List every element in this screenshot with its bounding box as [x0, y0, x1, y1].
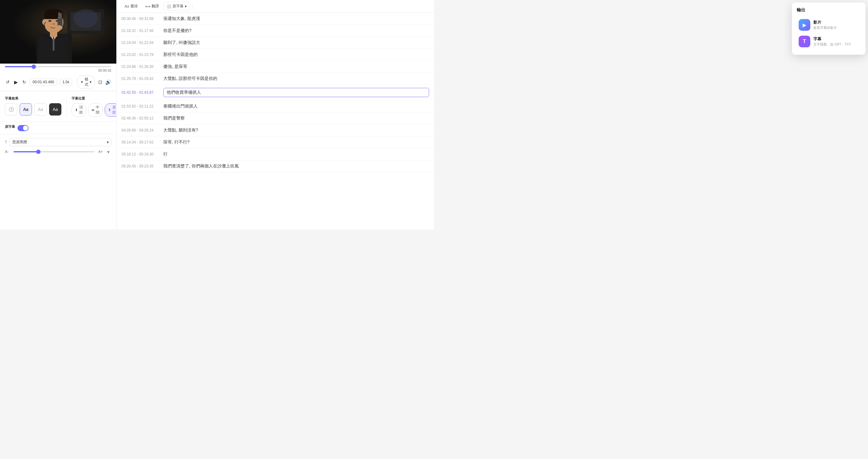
subtitle-time: 01:26.78 - 01:29.42 [122, 77, 158, 81]
original-sub-dropdown[interactable]: ⬜ 原字幕 ▾ [163, 2, 190, 11]
original-sub-icon: ⬜ [167, 4, 171, 9]
subtitle-text: 大聲點, 説那些可卡因是你的 [163, 76, 429, 81]
subtitle-row[interactable]: 01:19.04 - 01:22.84聽到了, 叫傻強説大 [117, 37, 434, 49]
volume-button[interactable]: 🔊 [105, 78, 112, 86]
style-label: 樣式 [85, 77, 88, 87]
video-player[interactable] [0, 0, 116, 64]
subtitle-text: 那些可卡因是他的 [163, 52, 429, 57]
svg-point-13 [53, 23, 55, 25]
subtitle-time: 01:16.32 - 01:17.46 [122, 29, 158, 33]
pos-top-label: 頂部 [79, 105, 83, 115]
effects-row: 🕐 Aa Aa Aa [5, 103, 61, 116]
total-time: 00:06:32 [5, 68, 112, 72]
original-subtitle-row: 原字幕 [0, 122, 116, 134]
subtitle-row[interactable]: 05:18.12 - 05:18.30行 [117, 148, 434, 161]
translate-label: 翻譯 [152, 4, 159, 9]
subtitle-row[interactable]: 02:49.36 - 02:50.12我們是警察 [117, 112, 434, 124]
size-minus-label: A- [5, 150, 11, 154]
translate-icon: ⟺ [145, 4, 150, 9]
rewind-button[interactable]: ↺ [5, 78, 10, 86]
video-preview [0, 0, 116, 64]
screen-button[interactable]: ⊡ [97, 78, 103, 86]
subtitle-row[interactable]: 01:24.86 - 01:26.50傻強, 是琛哥 [117, 61, 434, 73]
translate-button[interactable]: ⟺ 翻譯 [142, 2, 162, 10]
font-name: 思源黑體 [12, 140, 27, 145]
pos-middle-label: 中間 [96, 105, 99, 115]
subtitle-time: 02:49.36 - 02:50.12 [122, 116, 158, 120]
left-panel: 00:06:32 ↺ ▶ ↻ 1.0x ✦ 樣式 ▾ ⊡ 🔊 字幕效果 🕐 [0, 0, 117, 229]
subtitle-time: 01:23.02 - 01:23.78 [122, 53, 158, 57]
subtitle-time: 05:14.04 - 05:17.62 [122, 140, 158, 144]
font-row: T 思源黑體 ▾ [5, 137, 112, 147]
original-subtitle-label: 原字幕 [5, 124, 15, 129]
subtitle-time: 05:18.12 - 05:18.30 [122, 152, 158, 156]
progress-bar[interactable] [5, 66, 112, 67]
effects-col: 字幕效果 🕐 Aa Aa Aa [0, 94, 66, 119]
subtitle-row[interactable]: 05:14.04 - 05:17.62琛哥, 行不行? [117, 136, 434, 148]
playback-controls: ↺ ▶ ↻ 1.0x ✦ 樣式 ▾ ⊡ 🔊 [0, 74, 116, 91]
progress-fill [5, 66, 34, 67]
subtitle-text: 琛哥, 行不行? [163, 140, 429, 145]
subtitle-time: 01:24.86 - 01:26.50 [122, 64, 158, 69]
pos-bottom-label: 底部 [112, 105, 116, 115]
original-subtitle-toggle[interactable] [18, 125, 29, 131]
subtitle-row[interactable]: 01:23.02 - 01:23.78那些可卡因是他的 [117, 49, 434, 61]
subtitle-row[interactable]: 05:20.45 - 05:23.35我們查清楚了, 你們兩個人在沙灘上吹風 [117, 161, 434, 172]
chevron-down-icon: ▾ [107, 140, 108, 144]
subtitle-row[interactable]: 01:53.92 - 02:11.22泰國佬出門就抓人 [117, 101, 434, 112]
svg-point-18 [55, 25, 63, 30]
effect-text-light-btn[interactable]: Aa [34, 103, 46, 116]
position-middle-btn[interactable]: ⬌ 中間 [88, 103, 103, 117]
reorder-icon: A≡ [125, 4, 129, 9]
subtitle-text-input[interactable] [163, 88, 429, 97]
font-T-icon: T [5, 140, 7, 144]
font-size-row: A- A+ ▾ [5, 147, 112, 156]
position-row: ⬇ 頂部 ⬌ 中間 ⬆ 底部 [71, 103, 119, 117]
toggle-knob [23, 126, 28, 131]
font-select[interactable]: 思源黑體 ▾ [9, 138, 112, 146]
subtitle-time: 01:42.55 - 01:43.87 [122, 90, 158, 95]
font-section: T 思源黑體 ▾ A- A+ ▾ [0, 134, 116, 159]
more-options-btn[interactable]: ▾ [105, 149, 112, 155]
subtitle-row[interactable]: 04:26.66 - 04:28.24大聲點, 聽到没有? [117, 124, 434, 136]
svg-point-19 [73, 9, 98, 28]
subtitle-text: 泰國佬出門就抓人 [163, 104, 429, 109]
toolbar-divider [192, 3, 193, 9]
effect-text-dark-btn[interactable]: Aa [49, 103, 61, 116]
subtitle-text: 行 [163, 151, 429, 157]
subtitle-text: 聽到了, 叫傻強説大 [163, 40, 429, 46]
effect-text-normal-btn[interactable]: Aa [20, 103, 32, 116]
subtitle-text: 我們查清楚了, 你們兩個人在沙灘上吹風 [163, 164, 429, 169]
font-size-slider[interactable] [13, 151, 94, 152]
style-button[interactable]: ✦ 樣式 ▾ [77, 75, 95, 89]
svg-rect-6 [53, 35, 55, 51]
progress-thumb [32, 64, 36, 69]
speed-control[interactable]: 1.0x [60, 79, 72, 85]
position-top-btn[interactable]: ⬇ 頂部 [71, 103, 86, 117]
current-time-input[interactable] [29, 79, 57, 85]
forward-button[interactable]: ↻ [22, 78, 27, 86]
position-label: 字幕位置 [71, 96, 119, 101]
position-col: 字幕位置 ⬇ 頂部 ⬌ 中間 ⬆ 底部 [66, 94, 124, 119]
subtitle-time: 04:26.66 - 04:28.24 [122, 128, 158, 133]
effect-clock-btn[interactable]: 🕐 [5, 103, 17, 116]
subtitle-row[interactable]: 00:30.46 - 00:32.66張通知大象, 龍虎漢 [117, 13, 434, 25]
svg-rect-17 [59, 12, 59, 15]
subtitle-row[interactable]: 01:16.32 - 01:17.46你是不是傻的? [117, 25, 434, 37]
effects-label: 字幕效果 [5, 96, 61, 101]
right-panel: A≡ 重排 ⟺ 翻譯 ⬜ 原字幕 ▾ 00:30.46 - 00:32.66張通… [117, 0, 434, 229]
subtitle-time: 01:19.04 - 01:22.84 [122, 40, 158, 45]
subtitle-text: 你是不是傻的? [163, 28, 429, 33]
bottom-controls: 字幕效果 🕐 Aa Aa Aa 字幕位置 ⬇ 頂部 ⬌ 中間 ⬆ 底部 [0, 91, 116, 122]
subtitle-row[interactable]: 01:42.55 - 01:43.87 [117, 85, 434, 101]
reorder-button[interactable]: A≡ 重排 [122, 2, 141, 10]
video-scene [0, 0, 116, 64]
subtitle-text: 大聲點, 聽到没有? [163, 127, 429, 133]
subtitle-toolbar: A≡ 重排 ⟺ 翻譯 ⬜ 原字幕 ▾ [117, 0, 434, 13]
play-button[interactable]: ▶ [13, 77, 19, 87]
subtitle-time: 00:30.46 - 00:32.66 [122, 17, 158, 21]
subtitle-row[interactable]: 01:26.78 - 01:29.42大聲點, 説那些可卡因是你的 [117, 73, 434, 85]
chevron-down-icon: ▾ [90, 80, 91, 84]
subtitle-text: 我們是警察 [163, 116, 429, 121]
style-icon: ✦ [81, 80, 84, 84]
